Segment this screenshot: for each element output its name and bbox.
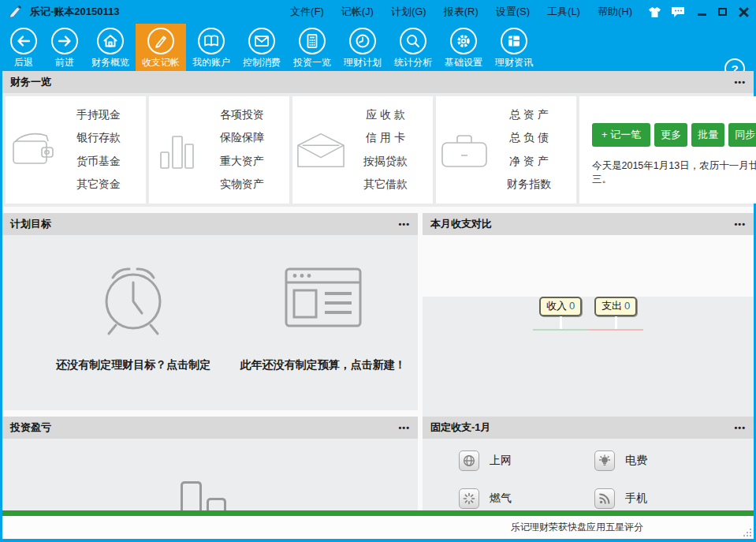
create-budget-placeholder[interactable]: 此年还没有制定预算，点击新建！ — [229, 235, 419, 410]
total-assets-item[interactable]: 总 资 产 — [493, 108, 565, 122]
mobile-item[interactable]: 手机 — [594, 488, 730, 510]
more-button[interactable]: 更多 — [654, 123, 687, 147]
toolbar-spending-control-label: 控制消费 — [243, 56, 281, 69]
investment-pnl-header: 投资盈亏 ••• — [2, 417, 418, 439]
plan-goals-title: 计划目标 — [10, 217, 51, 231]
toolbar-financial-plan[interactable]: 理财计划 — [337, 24, 388, 71]
other-funds-item[interactable]: 其它资金 — [62, 178, 135, 192]
toolbar-forward[interactable]: 前进 — [44, 24, 85, 71]
insurance-item[interactable]: 保险保障 — [206, 131, 278, 145]
toolbar-basic-settings-label: 基础设置 — [445, 56, 482, 69]
toolbar-statistics[interactable]: 统计分析 — [388, 24, 438, 71]
expense-baseline — [588, 329, 643, 331]
investment-pnl-body — [2, 439, 418, 510]
arrow-left-icon — [10, 28, 37, 54]
app-logo-icon — [8, 4, 24, 20]
expense-badge[interactable]: 支出0 — [594, 297, 637, 316]
menu-bookkeeping[interactable]: 记帐(J) — [341, 5, 374, 19]
financial-overview-header: 财务一览 ••• — [2, 71, 754, 93]
credit-card-item[interactable]: 信 用 卡 — [349, 131, 422, 145]
toolbar-back-label: 后退 — [14, 56, 33, 69]
electricity-item[interactable]: 电费 — [594, 450, 730, 472]
menu-plan[interactable]: 计划(G) — [391, 5, 426, 19]
internet-item[interactable]: 上网 — [459, 450, 594, 472]
sync-button[interactable]: 同步 — [728, 123, 756, 147]
major-assets-item[interactable]: 重大资产 — [206, 155, 278, 169]
physical-assets-item[interactable]: 实物资产 — [206, 178, 278, 192]
calculator-icon — [299, 28, 326, 54]
income-badge[interactable]: 收入0 — [539, 297, 582, 316]
investment-card: 各项投资 保险保障 重大资产 实物资产 — [149, 96, 289, 204]
window-controls — [698, 7, 748, 17]
titlebar-extra-icons — [648, 6, 685, 18]
batch-button[interactable]: 批量 — [691, 123, 724, 147]
toolbar-back[interactable]: 后退 — [3, 24, 44, 71]
net-assets-item[interactable]: 净 资 产 — [493, 155, 565, 169]
toolbar-basic-settings[interactable]: 基础设置 — [438, 24, 489, 71]
toolbar-investment-list-label: 投资一览 — [293, 56, 331, 69]
receivables-card-list: 应 收 款 信 用 卡 按揭贷款 其它借款 — [349, 103, 433, 196]
resize-grip[interactable] — [743, 529, 751, 536]
plan-goals-more-button[interactable]: ••• — [398, 219, 410, 229]
toolbar-investment-list[interactable]: 投资一览 — [287, 24, 337, 71]
menu-tools[interactable]: 工具(L) — [547, 5, 580, 19]
main-toolbar: 后退 前进 财务概览 收 — [0, 24, 756, 71]
receivables-card: 应 收 款 信 用 卡 按揭贷款 其它借款 — [292, 96, 433, 204]
search-icon — [400, 28, 426, 54]
receivables-item[interactable]: 应 收 款 — [349, 108, 422, 122]
menu-file[interactable]: 文件(F) — [290, 5, 324, 19]
assets-card-list: 总 资 产 总 负 债 净 资 产 财务指数 — [493, 103, 576, 196]
cash-item[interactable]: 手持现金 — [62, 108, 135, 122]
financial-index-item[interactable]: 财务指数 — [493, 178, 565, 192]
expense-value: 0 — [624, 300, 630, 312]
skin-tshirt-icon[interactable] — [648, 6, 661, 18]
menu-report[interactable]: 报表(R) — [444, 5, 479, 19]
record-entry-button[interactable]: + 记一笔 — [592, 123, 650, 147]
gas-item[interactable]: 燃气 — [459, 488, 594, 510]
bank-deposit-item[interactable]: 银行存款 — [62, 131, 135, 145]
month-comparison-more-button[interactable]: ••• — [734, 219, 746, 229]
toolbar-income-expense-record-label: 收支记帐 — [142, 56, 180, 69]
fixed-income-expense-title: 固定收支-1月 — [430, 421, 491, 435]
fixed-income-expense-header: 固定收支-1月 ••• — [423, 417, 754, 439]
financial-overview-more-button[interactable]: ••• — [734, 77, 746, 87]
income-value: 0 — [569, 300, 575, 312]
investment-pnl-title: 投资盈亏 — [10, 421, 51, 435]
income-baseline — [533, 329, 588, 331]
mortgage-item[interactable]: 按揭贷款 — [349, 155, 422, 169]
quick-actions-card: + 记一笔 更多 批量 同步 今天是2015年1月13日，农历十一月廿三。 — [579, 96, 756, 204]
investments-item[interactable]: 各项投资 — [206, 108, 278, 122]
fixed-income-expense-more-button[interactable]: ••• — [734, 423, 746, 432]
panel-fixed-income-expense: 固定收支-1月 ••• 上网 — [423, 417, 754, 510]
create-goal-placeholder[interactable]: 还没有制定理财目标？点击制定 — [39, 235, 229, 410]
menubar: 文件(F) 记帐(J) 计划(G) 报表(R) 设置(S) 工具(L) 帮助(H… — [290, 5, 632, 19]
close-button[interactable] — [739, 7, 748, 17]
menu-help[interactable]: 帮助(H) — [598, 5, 632, 19]
toolbar-spending-control[interactable]: 控制消费 — [236, 24, 287, 71]
investment-pnl-more-button[interactable]: ••• — [398, 423, 410, 432]
toolbar-financial-news[interactable]: 理财资讯 — [489, 24, 539, 71]
cash-card: 手持现金 银行存款 货币基金 其它资金 — [6, 96, 146, 204]
panel-financial-overview: 财务一览 ••• 手持现金 银行存款 — [2, 71, 754, 207]
book-icon — [198, 28, 225, 54]
maximize-button[interactable] — [718, 8, 727, 16]
toolbar-financial-plan-label: 理财计划 — [344, 56, 382, 69]
money-fund-item[interactable]: 货币基金 — [62, 155, 135, 169]
toolbar-finance-overview[interactable]: 财务概览 — [85, 24, 136, 71]
menu-settings[interactable]: 设置(S) — [496, 5, 530, 19]
budget-browser-icon — [284, 259, 363, 338]
toolbar-my-accounts[interactable]: 我的账户 — [186, 24, 236, 71]
bar-chart-icon — [149, 131, 206, 169]
total-liabilities-item[interactable]: 总 负 债 — [493, 131, 565, 145]
feedback-bubble-icon[interactable] — [671, 6, 685, 18]
home-icon — [97, 28, 124, 54]
envelope-icon — [292, 131, 349, 169]
mail-icon — [248, 28, 275, 54]
toolbar-income-expense-record[interactable]: 收支记帐 — [136, 24, 186, 71]
gas-spark-icon — [459, 488, 479, 509]
titlebar: 乐记-账本20150113 文件(F) 记帐(J) 计划(G) 报表(R) 设置… — [0, 0, 756, 24]
minimize-button[interactable] — [698, 13, 706, 16]
alarm-clock-icon — [92, 259, 174, 338]
other-loans-item[interactable]: 其它借款 — [349, 178, 422, 192]
expense-column: 支出0 — [588, 297, 643, 331]
